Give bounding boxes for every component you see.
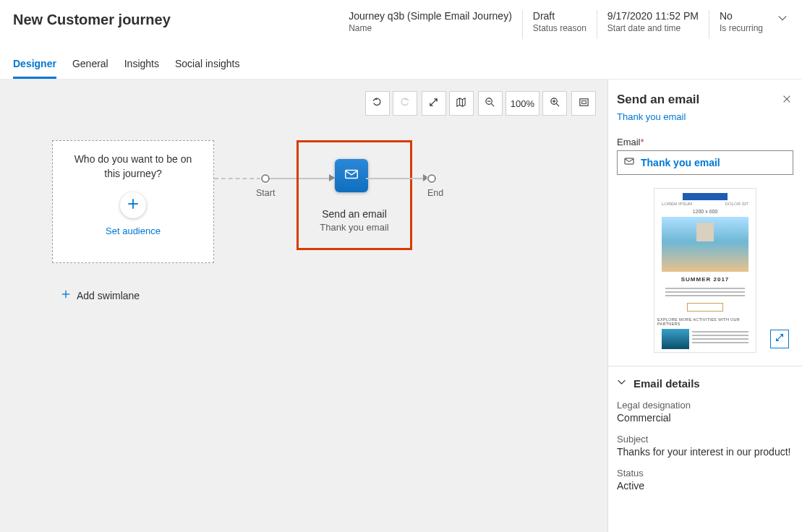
mail-icon	[623, 155, 635, 170]
meta-start: 9/17/2020 11:52 PM Start date and time	[597, 10, 709, 39]
email-tile[interactable]	[335, 159, 368, 192]
preview-expand-button[interactable]	[770, 330, 789, 348]
preview-subcaption: EXPLORE MORE ACTIVITIES WITH OUR PARTNER…	[657, 317, 753, 326]
page-header: New Customer journey Journey q3b (Simple…	[0, 0, 802, 39]
plus-icon	[127, 197, 140, 213]
subject-value: Thanks for your interest in our product!	[617, 446, 793, 458]
svg-rect-16	[625, 158, 634, 164]
meta-name-value: Journey q3b (Simple Email Journey)	[349, 10, 512, 22]
meta-name-label: Name	[349, 23, 512, 33]
svg-rect-11	[346, 171, 358, 179]
meta-status: Draft Status reason	[522, 10, 597, 39]
email-tile-subtitle: Thank you email	[297, 222, 412, 233]
node-start[interactable]	[261, 174, 270, 183]
arrow-icon	[329, 174, 335, 181]
email-details-title: Email details	[634, 377, 700, 390]
subject-label: Subject	[617, 434, 793, 445]
add-audience-button[interactable]	[120, 192, 146, 218]
tab-insights[interactable]: Insights	[124, 58, 159, 79]
meta-start-value: 9/17/2020 11:52 PM	[607, 10, 699, 22]
designer-canvas[interactable]: 100% Who do you want to be on this journ…	[0, 80, 608, 532]
email-preview-thumbnail[interactable]: LOREM IPSUMDOLOR SIT 1200 x 600 SUMMER 2…	[654, 188, 756, 353]
edge-start-email	[270, 178, 333, 179]
node-end-label: End	[427, 188, 443, 198]
tab-general[interactable]: General	[72, 58, 108, 79]
email-tile-title: Send an email	[297, 208, 412, 220]
expand-icon	[775, 332, 785, 346]
header-expand-button[interactable]	[773, 10, 789, 26]
meta-recurring-label: Is recurring	[720, 23, 763, 33]
email-field-label: Email*	[617, 137, 793, 147]
tab-social-insights[interactable]: Social insights	[175, 58, 240, 79]
tab-bar: Designer General Insights Social insight…	[0, 39, 802, 80]
add-swimlane-label: Add swimlane	[77, 290, 140, 301]
set-audience-link[interactable]: Set audience	[61, 226, 205, 236]
preview-caption: SUMMER 2017	[681, 276, 730, 283]
main-area: 100% Who do you want to be on this journ…	[0, 80, 802, 532]
meta-name: Journey q3b (Simple Email Journey) Name	[338, 10, 522, 39]
panel-close-button[interactable]	[780, 93, 793, 108]
chevron-down-icon	[777, 13, 788, 25]
journey-diagram: Who do you want to be on this journey? S…	[0, 80, 607, 532]
page-title: New Customer journey	[13, 10, 171, 28]
mail-icon	[344, 166, 359, 185]
meta-recurring: No Is recurring	[709, 10, 773, 39]
required-indicator: *	[641, 137, 644, 147]
status-label: Status	[617, 468, 793, 479]
header-meta-group: Journey q3b (Simple Email Journey) Name …	[338, 10, 773, 39]
annotation-highlight	[297, 140, 412, 250]
meta-status-label: Status reason	[533, 23, 586, 33]
email-label-text: Email	[617, 137, 641, 147]
tab-designer[interactable]: Designer	[13, 58, 56, 79]
meta-status-value: Draft	[533, 10, 586, 22]
node-end[interactable]	[427, 174, 436, 183]
panel-email-link[interactable]: Thank you email	[617, 111, 793, 122]
edge-audience-start	[214, 178, 261, 179]
legal-designation-label: Legal designation	[617, 400, 793, 411]
email-lookup-value: Thank you email	[641, 157, 720, 168]
plus-icon	[61, 289, 71, 301]
properties-panel: Send an email Thank you email Email* Tha…	[608, 80, 802, 532]
edge-email-end	[366, 178, 427, 179]
panel-title: Send an email	[617, 93, 780, 107]
meta-start-label: Start date and time	[607, 23, 699, 33]
chevron-down-icon	[617, 377, 626, 390]
close-icon	[782, 94, 792, 106]
status-value: Active	[617, 480, 793, 492]
divider	[608, 366, 802, 366]
node-start-label: Start	[256, 188, 275, 198]
add-swimlane-button[interactable]: Add swimlane	[61, 289, 140, 301]
audience-placeholder[interactable]: Who do you want to be on this journey? S…	[52, 140, 214, 263]
email-details-section-toggle[interactable]: Email details	[617, 377, 793, 390]
email-lookup-field[interactable]: Thank you email	[617, 150, 793, 175]
legal-designation-value: Commercial	[617, 412, 793, 424]
meta-recurring-value: No	[720, 10, 763, 22]
audience-prompt: Who do you want to be on this journey?	[69, 153, 197, 181]
